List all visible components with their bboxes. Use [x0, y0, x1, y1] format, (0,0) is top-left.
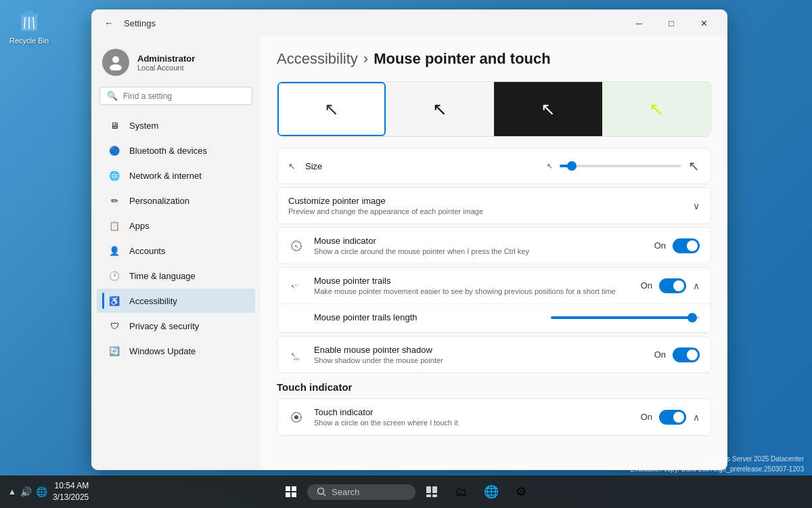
sidebar-item-apps[interactable]: 📋 Apps [97, 213, 255, 238]
touch-indicator-desc: Show a circle on the screen where I touc… [314, 419, 631, 427]
mouse-indicator-toggle[interactable] [673, 238, 700, 253]
user-profile[interactable]: Administrator Local Account [91, 42, 261, 87]
mouse-trails-icon: ↖ ↖ ↖ [288, 278, 304, 294]
search-input[interactable] [123, 91, 245, 101]
svg-rect-20 [292, 492, 296, 497]
size-slider-small-cursor: ↖ [547, 162, 553, 171]
touch-indicator-chevron[interactable]: ∧ [693, 412, 700, 423]
file-explorer-button[interactable]: 🗂 [448, 478, 475, 505]
user-type: Local Account [137, 64, 195, 72]
mouse-pointer-trails-toggle[interactable] [659, 278, 686, 293]
system-tray-icons: ▲ 🔊 🌐 [8, 486, 47, 497]
taskbar: Search 🗂 🌐 ⚙ ▲ 🔊 🌐 [0, 475, 812, 508]
recycle-bin[interactable]: Recycle Bin [9, 7, 49, 45]
volume-icon[interactable]: 🔊 [20, 486, 32, 497]
watermark-line1: Windows Server 2025 Datacenter [630, 454, 804, 464]
sidebar-item-accessibility-label: Accessibility [129, 296, 177, 306]
content-area: Administrator Local Account 🔍 🖥 System [91, 37, 727, 470]
taskbar-search[interactable]: Search [307, 484, 415, 500]
sidebar-item-time[interactable]: 🕐 Time & language [97, 263, 255, 288]
size-slider-large-cursor: ↖ [688, 158, 700, 174]
mouse-indicator-title: Mouse indicator [314, 236, 645, 246]
enable-shadow-item: ↖ Enable mouse pointer shadow Show shado… [277, 337, 710, 373]
sidebar-item-windows-update[interactable]: 🔄 Windows Update [97, 339, 255, 363]
pointer-card-default[interactable]: ↖ [277, 82, 386, 136]
pointer-card-inverted[interactable]: ↖ [494, 82, 602, 136]
pointer-card-black[interactable]: ↖ [386, 82, 494, 136]
minimize-button[interactable]: ─ [623, 12, 654, 34]
privacy-icon: 🛡 [108, 319, 121, 333]
svg-point-21 [318, 488, 324, 494]
customize-pointer-title: Customize pointer image [288, 196, 685, 206]
bluetooth-icon: 🔵 [108, 144, 121, 157]
customize-pointer-desc: Preview and change the appearance of eac… [288, 207, 685, 215]
sidebar: Administrator Local Account 🔍 🖥 System [91, 37, 261, 470]
enable-shadow-title: Enable mouse pointer shadow [314, 345, 645, 355]
network-tray-icon[interactable]: 🌐 [36, 486, 47, 497]
cursor-default-icon: ↖ [324, 99, 339, 120]
sidebar-item-time-label: Time & language [129, 271, 196, 281]
settings-taskbar-button[interactable]: ⚙ [508, 478, 535, 505]
mouse-pointer-trails-status: On [641, 280, 652, 291]
breadcrumb: Accessibility › Mouse pointer and touch [277, 50, 711, 68]
search-icon: 🔍 [107, 91, 118, 101]
mouse-pointer-trails-desc: Make mouse pointer movement easier to se… [314, 287, 631, 295]
maximize-button[interactable]: □ [656, 12, 687, 34]
sidebar-item-system[interactable]: 🖥 System [97, 113, 255, 137]
personalization-icon: ✏ [108, 194, 121, 207]
sidebar-item-apps-label: Apps [129, 221, 150, 231]
window-controls: ─ □ ✕ [623, 12, 719, 34]
svg-text:↖: ↖ [291, 352, 296, 358]
settings-window: ← Settings ─ □ ✕ [91, 9, 727, 470]
clock[interactable]: 10:54 AM 3/13/2025 [53, 480, 89, 503]
task-view-button[interactable] [418, 478, 445, 505]
svg-text:↖: ↖ [297, 282, 300, 287]
sidebar-item-windows-update-label: Windows Update [129, 346, 196, 356]
sidebar-item-privacy[interactable]: 🛡 Privacy & security [97, 314, 255, 338]
mouse-trails-chevron[interactable]: ∧ [693, 280, 700, 291]
back-button[interactable]: ← [99, 14, 118, 33]
time-icon: 🕐 [108, 269, 121, 282]
start-button[interactable] [277, 478, 304, 505]
size-row: ↖ Size ↖ ↖ [277, 148, 711, 184]
sidebar-search[interactable]: 🔍 [99, 87, 252, 105]
svg-point-16 [294, 415, 298, 419]
sidebar-item-personalization[interactable]: ✏ Personalization [97, 188, 255, 213]
windows-update-icon: 🔄 [108, 344, 121, 358]
size-slider[interactable] [560, 165, 681, 167]
svg-rect-25 [426, 494, 431, 497]
close-button[interactable]: ✕ [688, 12, 719, 34]
tray-chevron-icon[interactable]: ▲ [8, 487, 16, 496]
user-name: Administrator [137, 54, 195, 64]
svg-line-3 [24, 18, 25, 28]
svg-rect-26 [432, 494, 437, 497]
cursor-inverted-icon: ↖ [541, 99, 556, 120]
breadcrumb-parent[interactable]: Accessibility [277, 50, 358, 68]
sidebar-item-bluetooth[interactable]: 🔵 Bluetooth & devices [97, 138, 255, 163]
trail-length-row: Mouse pointer trails length [277, 304, 710, 333]
breadcrumb-current: Mouse pointer and touch [374, 50, 551, 68]
edge-browser-button[interactable]: 🌐 [478, 478, 505, 505]
accessibility-icon: ♿ [108, 294, 121, 308]
trail-length-slider[interactable] [551, 316, 700, 319]
touch-indicator-icon [288, 409, 304, 425]
sidebar-item-network[interactable]: 🌐 Network & internet [97, 163, 255, 188]
taskbar-search-label: Search [332, 487, 359, 497]
enable-shadow-toggle[interactable] [673, 347, 700, 362]
apps-icon: 📋 [108, 219, 121, 232]
pointer-card-custom[interactable]: ↖ [602, 82, 710, 136]
mouse-indicator-status: On [654, 240, 666, 251]
size-small-icon: ↖ [288, 161, 296, 171]
mouse-indicator-icon: ↖ [288, 238, 304, 254]
sidebar-item-accessibility[interactable]: ♿ Accessibility [97, 289, 255, 313]
enable-shadow-status: On [654, 350, 666, 360]
accounts-icon: 👤 [108, 244, 121, 257]
desktop: Recycle Bin ← Settings ─ □ ✕ [0, 0, 812, 508]
touch-indicator-toggle[interactable] [659, 410, 686, 425]
svg-rect-19 [286, 492, 290, 497]
sidebar-item-personalization-label: Personalization [129, 196, 189, 206]
customize-pointer-header[interactable]: Customize pointer image Preview and chan… [277, 187, 711, 224]
sidebar-item-accounts[interactable]: 👤 Accounts [97, 238, 255, 263]
svg-point-14 [293, 358, 300, 360]
touch-indicator-title: Touch indicator [314, 407, 631, 417]
